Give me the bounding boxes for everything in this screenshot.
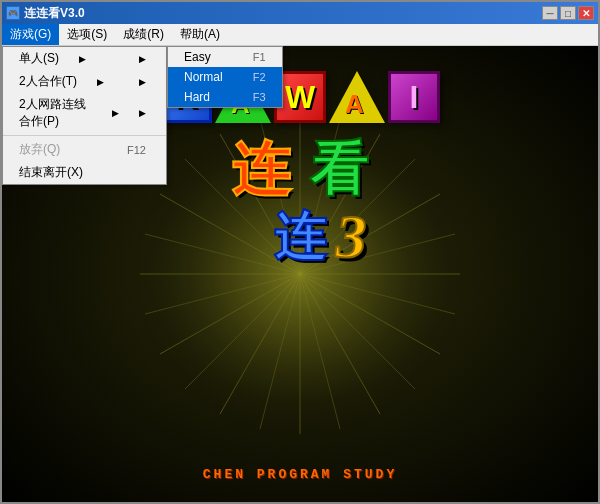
window-icon: 🎮: [6, 6, 20, 20]
submenu-item-easy[interactable]: Easy F1: [168, 47, 282, 67]
chinese-char-lian: 连: [232, 131, 290, 209]
menu-item-abandon-label: 放弃(Q): [19, 141, 60, 158]
menu-item-single[interactable]: 单人(S) ▶: [3, 47, 166, 70]
submenu-arrow-coop2: ▶: [97, 77, 104, 87]
maximize-button[interactable]: □: [560, 6, 576, 20]
submenu-item-hard[interactable]: Hard F3: [168, 87, 282, 107]
submenu-arrow-single: ▶: [79, 54, 86, 64]
chinese-row-2: 连 3: [150, 201, 490, 272]
menu-separator: [3, 135, 166, 136]
menu-item-abandon[interactable]: 放弃(Q) F12: [3, 138, 166, 161]
menu-options[interactable]: 选项(S): [59, 24, 115, 45]
submenu-item-normal-shortcut: F2: [253, 71, 266, 83]
menu-item-single-label: 单人(S): [19, 50, 59, 67]
menu-item-abandon-shortcut: F12: [127, 144, 146, 156]
chinese-char-lian2: 连: [274, 202, 326, 272]
menu-score[interactable]: 成绩(R): [115, 24, 172, 45]
menu-item-coop2-label: 2人合作(T): [19, 73, 77, 90]
submenu-item-hard-shortcut: F3: [253, 91, 266, 103]
menu-item-exit[interactable]: 结束离开(X): [3, 161, 166, 184]
submenu-item-easy-shortcut: F1: [253, 51, 266, 63]
title-bar-left: 🎮 连连看V3.0: [6, 5, 85, 22]
kawai-a2-block: A: [329, 71, 385, 123]
menu-bar: 游戏(G) 选项(S) 成绩(R) 帮助(A): [2, 24, 598, 46]
game-dropdown-menu: 单人(S) ▶ 2人合作(T) ▶ 2人网路连线合作(P) ▶ 放弃(Q) F1…: [2, 46, 167, 185]
submenu-item-easy-label: Easy: [184, 50, 211, 64]
single-submenu: Easy F1 Normal F2 Hard F3: [167, 46, 283, 108]
submenu-arrow-online2: ▶: [112, 108, 119, 118]
bottom-credit-text: CHEN PROGRAM STUDY: [203, 467, 397, 482]
submenu-item-normal[interactable]: Normal F2: [168, 67, 282, 87]
menu-item-coop2[interactable]: 2人合作(T) ▶: [3, 70, 166, 93]
title-bar: 🎮 连连看V3.0 ─ □ ✕: [2, 2, 598, 24]
main-window: 🎮 连连看V3.0 ─ □ ✕ 游戏(G) 选项(S) 成绩(R) 帮助(A): [0, 0, 600, 504]
menu-item-online2[interactable]: 2人网路连线合作(P) ▶: [3, 93, 166, 133]
minimize-button[interactable]: ─: [542, 6, 558, 20]
title-buttons: ─ □ ✕: [542, 6, 594, 20]
submenu-item-hard-label: Hard: [184, 90, 210, 104]
close-button[interactable]: ✕: [578, 6, 594, 20]
menu-item-exit-label: 结束离开(X): [19, 164, 83, 181]
menu-game[interactable]: 游戏(G): [2, 24, 59, 45]
kawai-i-block: I: [388, 71, 440, 123]
chinese-char-kan: 看: [310, 131, 368, 209]
number-3: 3: [336, 201, 367, 272]
submenu-item-normal-label: Normal: [184, 70, 223, 84]
menu-item-online2-label: 2人网路连线合作(P): [19, 96, 92, 130]
menu-help[interactable]: 帮助(A): [172, 24, 228, 45]
window-title: 连连看V3.0: [24, 5, 85, 22]
main-content: K A W A I 连 看: [2, 46, 598, 502]
chinese-row-1: 连 看: [110, 131, 490, 209]
